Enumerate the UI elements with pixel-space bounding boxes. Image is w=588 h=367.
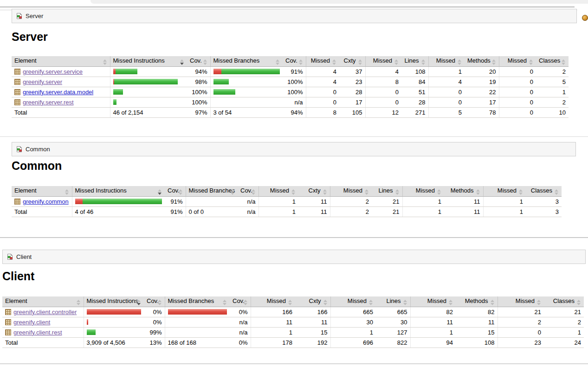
sort-icon[interactable] xyxy=(421,59,426,65)
column-header-element[interactable]: Element xyxy=(12,186,72,196)
column-label: Missed xyxy=(270,187,289,194)
column-header-cxty[interactable]: Cxty xyxy=(295,296,330,307)
sort-icon[interactable] xyxy=(365,189,369,195)
sort-icon[interactable] xyxy=(476,189,480,195)
column-header-classes[interactable]: Classes xyxy=(544,296,584,307)
column-header-methods[interactable]: Methods xyxy=(444,186,483,196)
cell-value: 51 xyxy=(401,87,428,97)
column-header-missed[interactable]: Missed xyxy=(410,296,456,307)
column-header-missed[interactable]: Missed xyxy=(258,186,298,196)
sort-icon[interactable] xyxy=(137,300,141,305)
sort-icon[interactable] xyxy=(577,300,581,305)
sort-icon[interactable] xyxy=(519,189,523,195)
package-link[interactable]: greenify.client.rest xyxy=(13,329,62,336)
sort-icon[interactable] xyxy=(369,300,373,305)
sort-icon[interactable] xyxy=(244,300,248,305)
column-header-missed[interactable]: Missed xyxy=(483,186,526,196)
sort-icon[interactable] xyxy=(323,300,328,305)
column-header-missed[interactable]: Missed xyxy=(499,56,536,66)
sort-icon[interactable] xyxy=(458,59,462,65)
missed-bar-segment xyxy=(87,319,89,325)
cell-value: 15 xyxy=(295,327,330,337)
sort-icon[interactable] xyxy=(291,189,296,195)
column-header-classes[interactable]: Classes xyxy=(536,56,569,66)
package-link[interactable]: greenify.server.service xyxy=(23,68,83,75)
column-header-missed[interactable]: Missed xyxy=(428,56,465,66)
column-header-cov-[interactable]: Cov. xyxy=(187,56,210,66)
column-label: Cov. xyxy=(168,187,180,194)
column-header-missed[interactable]: Missed xyxy=(330,186,372,196)
sort-icon[interactable] xyxy=(555,189,559,195)
column-header-missed-branches[interactable]: Missed Branches xyxy=(210,56,283,66)
sort-icon[interactable] xyxy=(299,59,303,65)
column-header-cov-[interactable]: Cov. xyxy=(165,186,186,196)
column-header-missed[interactable]: Missed xyxy=(306,56,339,66)
sort-icon[interactable] xyxy=(223,300,227,305)
sort-icon[interactable] xyxy=(492,59,496,65)
package-link[interactable]: greenify.client.controller xyxy=(13,309,77,315)
column-header-missed-branches[interactable]: Missed Branches xyxy=(165,296,230,307)
package-link[interactable]: greenify.common xyxy=(23,198,69,205)
column-header-missed[interactable]: Missed xyxy=(251,296,295,307)
package-link[interactable]: greenify.server.data.model xyxy=(23,89,93,96)
sort-icon[interactable] xyxy=(103,59,107,65)
package-link[interactable]: greenify.client xyxy=(13,319,50,326)
sort-icon[interactable] xyxy=(562,59,566,65)
coverage-report-group-icon xyxy=(16,11,23,24)
sort-icon[interactable] xyxy=(491,300,495,305)
breadcrumb-common: Common xyxy=(12,142,576,156)
sort-icon[interactable] xyxy=(180,59,184,65)
sort-icon[interactable] xyxy=(288,300,292,305)
cell-coverage-bar xyxy=(210,66,283,77)
session-clock-icon[interactable] xyxy=(582,15,588,21)
sort-icon[interactable] xyxy=(231,189,235,195)
column-header-missed[interactable]: Missed xyxy=(365,56,401,66)
column-header-cov-[interactable]: Cov. xyxy=(283,56,306,66)
sort-icon[interactable] xyxy=(158,189,162,195)
page-title-common: Common xyxy=(12,159,62,173)
column-header-cov-[interactable]: Cov. xyxy=(144,296,165,307)
column-header-missed[interactable]: Missed xyxy=(402,186,444,196)
column-header-cxty[interactable]: Cxty xyxy=(339,56,365,66)
sort-icon[interactable] xyxy=(276,59,280,65)
column-header-lines[interactable]: Lines xyxy=(401,56,428,66)
column-header-element[interactable]: Element xyxy=(12,56,110,66)
column-header-classes[interactable]: Classes xyxy=(526,186,562,196)
sort-icon[interactable] xyxy=(394,59,399,65)
column-header-cov-[interactable]: Cov. xyxy=(230,296,251,307)
column-header-missed-instructions[interactable]: Missed Instructions xyxy=(84,296,144,307)
package-link[interactable]: greenify.server xyxy=(23,78,62,85)
column-header-lines[interactable]: Lines xyxy=(376,296,410,307)
column-header-missed-instructions[interactable]: Missed Instructions xyxy=(110,56,187,66)
cell-value: 2 xyxy=(544,317,584,327)
sort-icon[interactable] xyxy=(77,300,81,305)
column-header-methods[interactable]: Methods xyxy=(456,296,498,307)
column-header-missed[interactable]: Missed xyxy=(498,296,544,307)
sort-icon[interactable] xyxy=(395,189,400,195)
sort-icon[interactable] xyxy=(537,300,541,305)
column-header-element[interactable]: Element xyxy=(2,296,84,307)
column-header-cov-[interactable]: Cov. xyxy=(238,186,258,196)
sort-icon[interactable] xyxy=(179,189,183,195)
sort-icon[interactable] xyxy=(437,189,441,195)
package-link[interactable]: greenify.server.rest xyxy=(23,99,74,106)
sort-icon[interactable] xyxy=(323,189,327,195)
column-header-methods[interactable]: Methods xyxy=(465,56,499,66)
column-header-cxty[interactable]: Cxty xyxy=(298,186,330,196)
column-header-missed-instructions[interactable]: Missed Instructions xyxy=(72,186,165,196)
sort-icon[interactable] xyxy=(449,300,453,305)
sort-icon[interactable] xyxy=(403,300,407,305)
breadcrumb-server: Server xyxy=(12,9,577,23)
sort-icon[interactable] xyxy=(203,59,207,65)
column-header-missed[interactable]: Missed xyxy=(330,296,376,307)
sort-icon[interactable] xyxy=(252,189,256,195)
sort-icon[interactable] xyxy=(332,59,336,65)
column-header-lines[interactable]: Lines xyxy=(372,186,402,196)
column-header-missed-branches[interactable]: Missed Branches xyxy=(186,186,238,196)
column-label: Lines xyxy=(386,297,401,304)
sort-icon[interactable] xyxy=(158,300,162,305)
sort-icon[interactable] xyxy=(529,59,533,65)
total-value: 11 xyxy=(298,206,330,217)
sort-icon[interactable] xyxy=(65,189,69,195)
sort-icon[interactable] xyxy=(358,59,362,65)
